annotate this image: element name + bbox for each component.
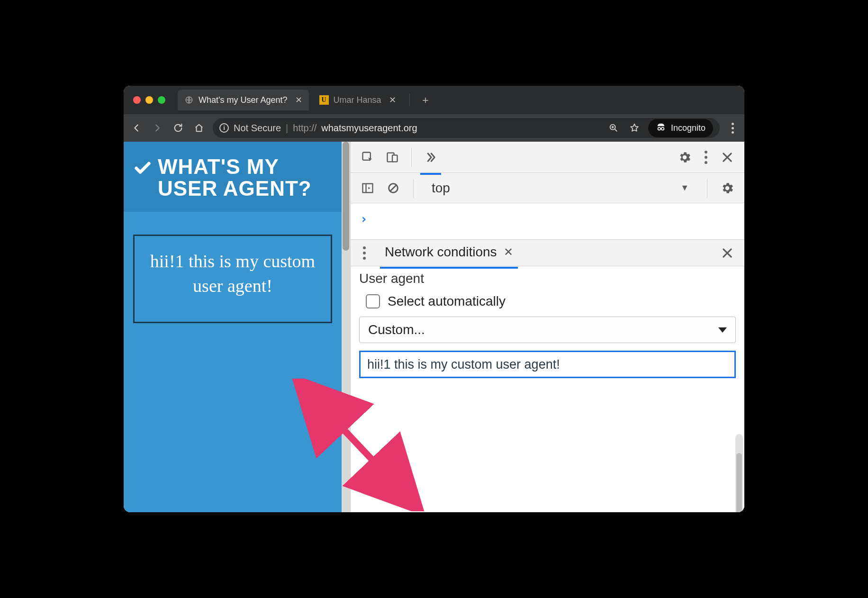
user-agent-display-box: hii!1 this is my custom user agent! [133, 235, 332, 323]
custom-user-agent-value: hii!1 this is my custom user agent! [367, 357, 560, 372]
page-title: WHAT'S MY USER AGENT? [133, 156, 332, 199]
window-titlebar: What's my User Agent? ✕ U Umar Hansa ✕ ＋ [124, 86, 744, 114]
devtools-console-toolbar: top ▼ [351, 173, 744, 203]
svg-point-2 [658, 127, 661, 130]
user-agent-display-text: hii!1 this is my custom user agent! [150, 251, 315, 295]
drawer-tab-network-conditions[interactable]: Network conditions ✕ [380, 242, 518, 264]
chevron-down-icon [718, 327, 727, 333]
select-automatically-checkbox[interactable] [366, 294, 380, 308]
browser-toolbar: i Not Secure | http://whatsmyuseragent.o… [124, 114, 744, 142]
page-header: WHAT'S MY USER AGENT? [124, 142, 342, 212]
context-selector-value: top [432, 181, 450, 196]
scrollbar-thumb[interactable] [343, 142, 349, 251]
devtools-drawer: Network conditions ✕ User agent Select a… [351, 239, 744, 512]
window-close-button[interactable] [133, 96, 141, 104]
tab-title: What's my User Agent? [199, 95, 288, 105]
bookmark-star-icon[interactable] [627, 121, 642, 135]
browser-tab-active[interactable]: What's my User Agent? ✕ [178, 90, 309, 110]
device-toolbar-icon[interactable] [382, 147, 403, 168]
drawer-scrollbar[interactable] [735, 434, 743, 512]
scrollbar-thumb[interactable] [736, 453, 742, 512]
forward-button[interactable] [150, 121, 164, 135]
drawer-tabstrip: Network conditions ✕ [351, 240, 744, 266]
back-button[interactable] [129, 121, 144, 135]
tab-close-button[interactable]: ✕ [389, 95, 396, 105]
console-prompt-icon: › [360, 212, 368, 226]
favicon-icon: U [319, 95, 329, 105]
select-automatically-label: Select automatically [388, 294, 506, 309]
zoom-icon[interactable] [606, 121, 621, 135]
svg-rect-6 [392, 155, 398, 162]
address-bar[interactable]: i Not Secure | http://whatsmyuseragent.o… [213, 118, 720, 138]
show-console-sidebar-icon[interactable] [357, 178, 378, 199]
devtools-main-toolbar [351, 142, 744, 173]
window-controls [133, 96, 165, 104]
console-input-area[interactable]: › [351, 203, 744, 239]
browser-menu-button[interactable] [726, 123, 739, 134]
webpage: WHAT'S MY USER AGENT? hii!1 this is my c… [124, 142, 342, 512]
drawer-tab-label: Network conditions [385, 245, 497, 260]
divider [411, 148, 412, 167]
divider: | [286, 123, 288, 134]
svg-point-3 [661, 127, 664, 130]
security-status-label: Not Secure [234, 123, 281, 134]
chevron-down-icon: ▼ [680, 183, 689, 193]
user-agent-preset-select[interactable]: Custom... [359, 317, 736, 343]
content-area: WHAT'S MY USER AGENT? hii!1 this is my c… [124, 142, 744, 512]
browser-window: What's my User Agent? ✕ U Umar Hansa ✕ ＋… [124, 86, 744, 512]
drawer-tab-close-icon[interactable]: ✕ [504, 245, 513, 259]
custom-user-agent-input[interactable]: hii!1 this is my custom user agent! [359, 351, 736, 378]
checkmark-icon [133, 156, 152, 181]
devtools-panel: top ▼ › Network conditions ✕ [350, 142, 744, 512]
devtools-close-button[interactable] [717, 147, 738, 168]
network-conditions-panel: User agent Select automatically Custom..… [351, 266, 744, 388]
context-selector[interactable]: top ▼ [423, 181, 697, 196]
browser-tab[interactable]: U Umar Hansa ✕ [313, 90, 403, 110]
devtools-menu-button[interactable] [699, 151, 713, 164]
clear-console-icon[interactable] [383, 178, 404, 199]
drawer-close-button[interactable] [717, 243, 738, 263]
select-automatically-row[interactable]: Select automatically [359, 294, 736, 309]
page-heading-text: WHAT'S MY USER AGENT? [158, 156, 332, 199]
divider [707, 179, 707, 198]
incognito-icon [656, 122, 666, 135]
new-tab-button[interactable]: ＋ [416, 93, 434, 107]
drawer-menu-button[interactable] [357, 246, 371, 260]
devtools-settings-icon[interactable] [674, 147, 695, 168]
home-button[interactable] [192, 121, 206, 135]
svg-rect-7 [363, 183, 373, 192]
window-zoom-button[interactable] [158, 96, 165, 104]
user-agent-section-label: User agent [359, 271, 736, 286]
incognito-label: Incognito [671, 123, 705, 133]
divider [413, 179, 414, 198]
globe-icon [184, 95, 194, 105]
incognito-badge: Incognito [648, 119, 713, 137]
url-host: whatsmyuseragent.org [321, 123, 417, 134]
window-minimize-button[interactable] [145, 96, 153, 104]
more-tabs-button[interactable] [420, 147, 441, 168]
inspect-element-icon[interactable] [357, 147, 378, 168]
tab-close-button[interactable]: ✕ [295, 95, 302, 105]
console-settings-icon[interactable] [717, 178, 738, 199]
tab-divider [409, 94, 410, 106]
reload-button[interactable] [171, 121, 185, 135]
site-info-icon[interactable]: i [219, 123, 229, 133]
page-scrollbar[interactable] [342, 142, 350, 512]
url-protocol: http:// [293, 123, 316, 134]
tab-title: Umar Hansa [334, 95, 381, 105]
user-agent-preset-value: Custom... [368, 322, 425, 337]
